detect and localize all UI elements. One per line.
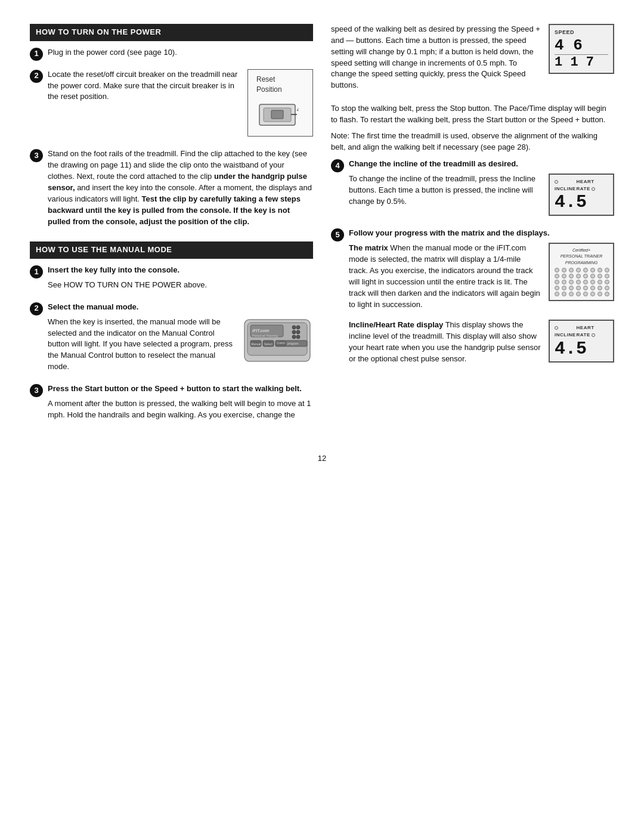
right-column: SPEED 4 6 1 1 7 speed of the walking bel…	[331, 24, 614, 435]
dot-5-7	[597, 292, 602, 296]
dot-1-1	[555, 268, 559, 272]
incline-display1: INCLINE HEART RATE 4.5	[549, 174, 614, 216]
reset-label: ResetPosition	[256, 75, 304, 95]
dot-2-8	[605, 274, 609, 278]
step-3-bold2: Test the clip by carefully taking a few …	[48, 194, 301, 226]
dot-1-8	[605, 268, 609, 272]
dot-3-8	[605, 280, 609, 284]
dot-3-7	[597, 280, 602, 284]
dot-1-5	[583, 268, 588, 272]
incline-label2: INCLINE	[555, 324, 577, 338]
dot-3-4	[576, 280, 581, 284]
incline-labels1: INCLINE HEART RATE	[555, 178, 608, 192]
speed-num1: 4 6	[555, 38, 608, 53]
step-1-text: Plug in the power cord (see page 10).	[48, 47, 313, 58]
left-column: HOW TO TURN ON THE POWER 1 Plug in the p…	[30, 24, 313, 435]
manual-step-num-3: 3	[30, 384, 43, 397]
right-step-5: 5 Follow your progress with the matrix a…	[331, 228, 614, 368]
cert-label: Certified+PERSONAL TRAINERPROGRAMMING	[555, 247, 608, 265]
stop-text: To stop the walking belt, press the Stop…	[331, 103, 614, 126]
dot-2-2	[562, 274, 566, 278]
reset-position-image: ResetPosition ↙	[247, 69, 313, 137]
svg-text:Control: Control	[277, 342, 286, 345]
matrix-section: Certified+PERSONAL TRAINERPROGRAMMING	[349, 243, 614, 314]
svg-text:↙: ↙	[295, 107, 301, 112]
svg-point-17	[296, 326, 300, 329]
heart-rate-label1: HEART RATE	[577, 178, 608, 192]
manual-step-3-content: Press the Start button or the Speed + bu…	[48, 383, 313, 425]
dot-4-8	[605, 286, 609, 290]
heart-rate-label2: HEART RATE	[577, 324, 608, 338]
step4-clearfix: INCLINE HEART RATE 4.5 To change the inc…	[349, 174, 614, 221]
dot-4-1	[555, 286, 559, 290]
svg-point-18	[292, 330, 296, 334]
incline-num1: 4.5	[555, 193, 608, 211]
speed-num2: 1 1 7	[555, 54, 608, 69]
incline-display2-wrapper: INCLINE HEART RATE 4.5	[549, 320, 614, 362]
svg-rect-2	[271, 110, 283, 119]
dot-1-7	[597, 268, 602, 272]
dot-5-4	[576, 292, 581, 296]
step-1-content: Plug in the power cord (see page 10).	[48, 47, 313, 62]
incline-label1: INCLINE	[555, 178, 577, 192]
matrix-bold: The matrix	[349, 243, 388, 252]
console-image: iFIT.com Personal Training Manual Select…	[242, 317, 313, 368]
step-num-2: 2	[30, 70, 43, 83]
step-3-text: Stand on the foot rails of the treadmill…	[48, 148, 313, 227]
dot-3-3	[569, 280, 574, 284]
manual-step-2-label: Select the manual mode.	[48, 302, 138, 311]
dot-1-4	[576, 268, 581, 272]
manual-step-1: 1 Insert the key fully into the console.…	[30, 265, 313, 295]
section-power-title: HOW TO TURN ON THE POWER	[30, 24, 313, 41]
matrix-display-wrapper: Certified+PERSONAL TRAINERPROGRAMMING	[549, 243, 614, 301]
step-5-label: Follow your progress with the matrix and…	[349, 228, 550, 237]
right-step-4: 4 Change the incline of the treadmill as…	[331, 159, 614, 221]
power-step-2: 2 ResetPosition	[30, 69, 313, 142]
svg-text:Select: Select	[264, 342, 273, 345]
dot-4-3	[569, 286, 574, 290]
console-svg: iFIT.com Personal Training Manual Select…	[242, 317, 313, 364]
power-step-1: 1 Plug in the power cord (see page 10).	[30, 47, 313, 62]
step-num-1: 1	[30, 48, 43, 61]
svg-point-16	[292, 326, 296, 329]
incline-dot1	[555, 180, 558, 184]
reset-svg: ↙	[256, 98, 304, 131]
dot-5-5	[583, 292, 588, 296]
dot-2-4	[576, 274, 581, 278]
step-4-label: Change the incline of the treadmill as d…	[349, 159, 518, 168]
manual-step-2-content: Select the manual mode. iFIT.com Persona…	[48, 302, 313, 376]
step-4-content: Change the incline of the treadmill as d…	[349, 159, 614, 221]
dot-3-6	[590, 280, 595, 284]
dot-5-3	[569, 292, 574, 296]
step-num-3: 3	[30, 149, 43, 162]
svg-text:iFIT.com: iFIT.com	[252, 329, 269, 333]
step-2-content: ResetPosition ↙ Lo	[48, 69, 313, 142]
dot-3-1	[555, 280, 559, 284]
incline-labels2: INCLINE HEART RATE	[555, 324, 608, 338]
step2-clearfix: iFIT.com Personal Training Manual Select…	[48, 317, 313, 376]
incline-hr-title: Incline/Heart Rate display	[349, 320, 443, 329]
section-power: HOW TO TURN ON THE POWER 1 Plug in the p…	[30, 24, 313, 231]
power-step-3: 3 Stand on the foot rails of the treadmi…	[30, 148, 313, 231]
speed-label: SPEED	[555, 29, 608, 36]
incline-display2: INCLINE HEART RATE 4.5	[549, 320, 614, 362]
dot-1-6	[590, 268, 595, 272]
svg-text:Personal Training: Personal Training	[252, 334, 278, 337]
matrix-text2: When the manual mode or the iFIT.com mod…	[349, 243, 540, 308]
speed-display-wrapper: SPEED 4 6 1 1 7	[549, 24, 614, 74]
dot-5-8	[605, 292, 609, 296]
incline-display1-wrapper: INCLINE HEART RATE 4.5	[549, 174, 614, 216]
manual-step-3-label: Press the Start button or the Speed + bu…	[48, 384, 302, 393]
dot-4-2	[562, 286, 566, 290]
dot-4-7	[597, 286, 602, 290]
section-manual: HOW TO USE THE MANUAL MODE 1 Insert the …	[30, 241, 313, 424]
dot-3-2	[562, 280, 566, 284]
step-num-4: 4	[331, 159, 344, 172]
speed-section: SPEED 4 6 1 1 7 speed of the walking bel…	[331, 24, 614, 96]
manual-step-1-content: Insert the key fully into the console. S…	[48, 265, 313, 295]
manual-step-1-text: See HOW TO TURN ON THE POWER above.	[48, 280, 313, 291]
svg-point-20	[292, 335, 296, 339]
dot-5-6	[590, 292, 595, 296]
svg-point-19	[296, 330, 300, 334]
incline-dot2	[555, 326, 558, 330]
